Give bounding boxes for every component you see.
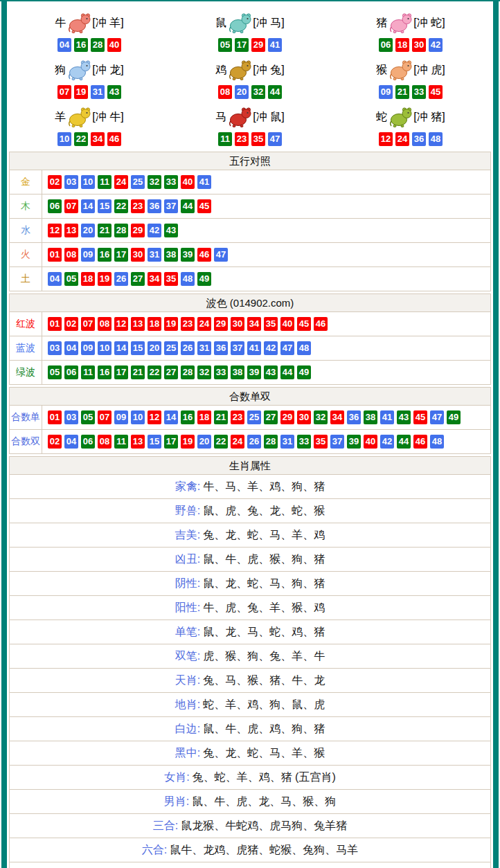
attribute-label: 黑中: [175,746,200,761]
zodiac-name: 猴 [376,63,387,78]
number-ball: 11 [114,435,128,449]
number-ball: 42 [148,224,161,237]
row-numbers: 1213202128294243 [42,219,178,242]
number-ball: 04 [64,435,78,449]
number-ball: 29 [214,317,228,331]
number-ball: 40 [107,38,121,52]
wuxing-row: 火0108091617303138394647 [9,243,491,267]
attribute-row: 野兽:鼠、虎、兔、龙、蛇、猴 [9,499,491,523]
number-ball: 01 [48,317,62,331]
row-numbers: 0103050709101214161821232527293032343638… [42,406,461,429]
wuxing-row: 木06071415222336374445 [9,195,491,219]
number-ball: 35 [164,272,178,286]
number-ball: 43 [164,224,178,237]
number-ball: 07 [98,410,111,424]
attribute-label: 凶丑: [175,552,200,567]
number-ball: 16 [74,38,88,52]
attribute-label: 六合: [142,843,167,858]
number-ball: 03 [48,341,62,355]
number-ball: 28 [181,365,195,379]
number-ball: 33 [164,175,178,189]
zodiac-numbers: 12243648 [379,132,443,146]
attribute-row: 黑中:兔、龙、蛇、马、羊、猴 [9,741,491,766]
number-ball: 06 [81,435,95,449]
zodiac-clash: [冲 兔] [253,63,284,78]
number-ball: 46 [314,317,328,331]
number-ball: 23 [131,199,145,213]
zodiac-numbers: 05172941 [218,38,282,52]
shengxiao-rows: 家禽:牛、马、羊、鸡、狗、猪野兽:鼠、虎、兔、龙、蛇、猴吉美:兔、龙、蛇、马、羊… [9,475,491,862]
number-ball: 13 [64,224,78,237]
number-ball: 04 [64,341,78,355]
number-ball: 23 [231,410,244,424]
number-ball: 49 [447,410,461,424]
zodiac-cell: 羊[冲 牛]10223446 [9,101,170,148]
row-label: 绿波 [10,361,42,384]
bose-header: 波色 (014902.com) [9,293,491,312]
number-ball: 42 [429,38,443,52]
number-ball: 46 [107,132,121,146]
zodiac-cell: 蛇[冲 猪]12243648 [330,101,491,148]
number-ball: 06 [48,199,62,213]
attribute-value: 鼠牛、龙鸡、虎猪、蛇猴、兔狗、马羊 [170,843,358,858]
attribute-row: 三合:鼠龙猴、牛蛇鸡、虎马狗、兔羊猪 [9,814,491,838]
zodiac-cell: 牛[冲 羊]04162840 [9,7,170,54]
bose-row: 红波0102070812131819232429303435404546 [9,312,491,336]
number-ball: 34 [91,132,105,146]
number-ball: 17 [235,38,249,52]
attribute-row: 凶丑:鼠、牛、虎、猴、狗、猪 [9,548,491,572]
rat-icon [228,12,251,34]
number-ball: 25 [131,175,145,189]
number-ball: 07 [57,85,71,99]
number-ball: 37 [164,199,178,213]
attribute-value: 牛、马、羊、鸡、狗、猪 [203,480,325,494]
number-ball: 35 [314,435,328,449]
zodiac-clash: [冲 龙] [92,63,123,78]
number-ball: 27 [131,272,145,286]
number-ball: 20 [148,341,161,355]
attribute-row: 阳性:牛、虎、兔、羊、猴、鸡 [9,596,491,620]
right-frame-bar [493,1,499,868]
number-ball: 27 [264,410,278,424]
number-ball: 31 [91,85,105,99]
number-ball: 36 [214,341,228,355]
number-ball: 25 [164,341,178,355]
number-ball: 39 [181,248,195,262]
zodiac-numbers: 10223446 [57,132,121,146]
row-label: 合数双 [10,430,42,453]
attribute-label: 家禽: [175,480,200,494]
number-ball: 36 [347,410,361,424]
number-ball: 16 [98,365,111,379]
attribute-label: 吉美: [175,528,200,543]
number-ball: 10 [57,132,71,146]
left-frame-bar [1,1,7,868]
rooster-icon [228,59,251,81]
number-ball: 33 [297,435,311,449]
zodiac-name: 鼠 [215,16,226,30]
zodiac-title: 狗[冲 龙] [55,56,123,84]
number-ball: 01 [48,410,62,424]
zodiac-cell: 鸡[冲 兔]08203244 [170,54,330,101]
number-ball: 43 [264,365,278,379]
number-ball: 45 [297,317,311,331]
row-label: 土 [10,267,42,291]
attribute-value: 鼠龙猴、牛蛇鸡、虎马狗、兔羊猪 [181,819,347,833]
heshu-header: 合数单双 [9,387,491,406]
number-ball: 13 [131,317,145,331]
number-ball: 40 [181,175,195,189]
number-ball: 29 [251,38,265,52]
heshu-rows: 合数单0103050709101214161821232527293032343… [9,406,491,454]
number-ball: 26 [114,272,128,286]
number-ball: 17 [164,435,178,449]
number-ball: 12 [148,410,161,424]
heshu-row: 合数单0103050709101214161821232527293032343… [9,406,491,430]
number-ball: 08 [98,435,111,449]
zodiac-numbers: 06183042 [379,38,443,52]
number-ball: 09 [114,410,128,424]
zodiac-title: 马[冲 鼠] [215,103,284,131]
number-ball: 47 [280,341,294,355]
ox-icon [67,12,91,34]
number-ball: 04 [48,272,62,286]
number-ball: 14 [81,199,95,213]
number-ball: 49 [197,272,211,286]
